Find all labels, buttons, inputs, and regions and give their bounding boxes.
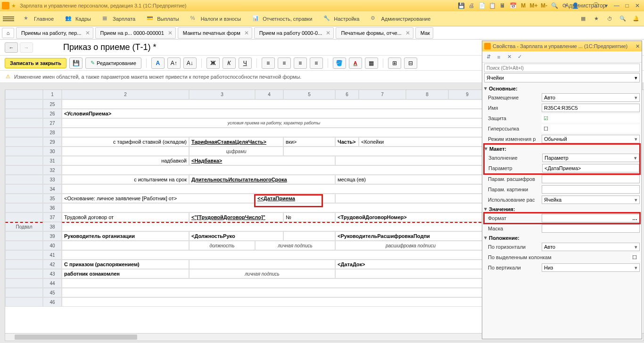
back-button[interactable]: ← <box>5 42 18 53</box>
apps-icon[interactable]: ▦ <box>578 14 588 24</box>
prop-name[interactable]: R35C4:R35C5 <box>542 104 640 112</box>
menu-zarplata[interactable]: ▦Зарплата <box>97 12 141 25</box>
font-size-dec-button[interactable]: A↓ <box>183 57 197 69</box>
col-header[interactable]: 9 <box>448 90 486 99</box>
fill-color-button[interactable]: 🪣 <box>333 57 346 69</box>
align-left-button[interactable]: ≡ <box>262 57 275 69</box>
prop-halign[interactable]: Авто▾ <box>542 243 640 251</box>
save-icon[interactable]: 💾 <box>456 1 466 10</box>
prop-parameter[interactable]: <ДатаПриема> <box>542 164 639 172</box>
star-icon[interactable]: ★ <box>591 14 602 24</box>
col-header[interactable]: 2 <box>62 90 189 99</box>
check-icon[interactable]: ✓ <box>515 53 524 61</box>
prop-placement[interactable]: Авто▾ <box>542 93 640 102</box>
tab-2[interactable]: Макеты печатных форм✕ <box>178 27 252 39</box>
print-icon[interactable]: 🖨 <box>467 1 476 10</box>
edit-button[interactable]: ✎Редактирование <box>85 57 141 69</box>
menu-vyplaty[interactable]: 💳Выплаты <box>141 12 184 25</box>
save-icon-button[interactable]: 💾 <box>69 57 83 69</box>
maximize-icon[interactable]: □ <box>622 1 632 10</box>
home-tab[interactable]: ⌂ <box>2 28 14 38</box>
doc-icon[interactable]: 📄 <box>477 1 487 10</box>
user-name[interactable]: Администратор <box>581 1 590 10</box>
col-header[interactable]: 4 <box>255 90 283 99</box>
compare-icon[interactable]: 📋 <box>487 1 497 10</box>
props-close-icon[interactable]: ✕ <box>636 43 640 49</box>
prop-change-mode[interactable]: Обычный▾ <box>542 135 640 143</box>
calc-icon[interactable]: 🖩 <box>498 1 507 10</box>
menu-kadry[interactable]: 👥Кадры <box>59 12 97 25</box>
prop-usage[interactable]: Ячейка▾ <box>542 196 640 204</box>
prop-fill[interactable]: Параметр▾ <box>542 154 639 162</box>
menu-main[interactable]: ★Главное <box>18 12 59 25</box>
tab-close-icon[interactable]: ✕ <box>244 30 249 36</box>
underline-button[interactable]: Ч <box>239 57 252 69</box>
tab-close-icon[interactable]: ✕ <box>405 30 410 36</box>
group-maket[interactable]: ▾Макет: <box>485 145 639 153</box>
tab-3[interactable]: Прием на работу 0000-0...✕ <box>254 27 334 39</box>
tab-5[interactable]: Мак <box>415 27 433 39</box>
tab-close-icon[interactable]: ✕ <box>168 30 173 36</box>
filter-icon[interactable]: ≡ <box>495 53 503 61</box>
tab-close-icon[interactable]: ✕ <box>85 30 90 36</box>
menu-nalogi[interactable]: %Налоги и взносы <box>185 12 247 25</box>
history-icon[interactable]: ⏱ <box>604 14 615 24</box>
props-selector[interactable]: Ячейки▾ <box>484 73 640 82</box>
group-values[interactable]: ▾Значения: <box>484 205 640 213</box>
dropdown-icon[interactable]: ▾ <box>602 1 611 10</box>
col-header[interactable]: 8 <box>406 90 448 99</box>
zoom-icon[interactable]: 🔍 <box>550 1 559 10</box>
calendar-icon[interactable]: 📅 <box>508 1 518 10</box>
info-icon[interactable]: ⓘ <box>591 1 601 10</box>
group-position[interactable]: ▾Положение: <box>484 234 640 242</box>
prop-by-cols[interactable]: ☐ <box>630 253 640 261</box>
tab-close-icon[interactable]: ✕ <box>326 30 330 36</box>
doc-title: Приказ о приеме (Т-1) * <box>63 42 157 52</box>
prop-hyperlink[interactable]: ☐ <box>542 124 640 133</box>
font-size-inc-button[interactable]: A↑ <box>167 57 181 69</box>
tab-0[interactable]: Приемы на работу, пер...✕ <box>16 27 93 39</box>
tab-4[interactable]: Печатные формы, отче...✕ <box>336 27 413 39</box>
x-icon[interactable]: ✕ <box>505 53 513 61</box>
props-search-input[interactable] <box>484 64 640 72</box>
search-tool-icon[interactable]: 🔍 <box>618 14 628 24</box>
col-header[interactable]: 1 <box>43 90 62 99</box>
bell-icon[interactable]: 🔔 <box>631 14 641 24</box>
grid-1-button[interactable]: ⊞ <box>388 57 401 69</box>
italic-button[interactable]: К <box>223 57 236 69</box>
col-header[interactable] <box>5 90 43 99</box>
col-header[interactable]: 7 <box>359 90 406 99</box>
grid-2-button[interactable]: ⊟ <box>404 57 417 69</box>
save-close-button[interactable]: Записать и закрыть <box>5 58 66 68</box>
forward-button[interactable]: → <box>20 42 33 53</box>
sort-icon[interactable]: ⇵ <box>484 53 493 61</box>
prop-mask[interactable] <box>542 224 640 233</box>
menu-reports[interactable]: 📊Отчетность, справки <box>247 12 318 25</box>
menu-settings[interactable]: 🔧Настройка <box>318 12 365 25</box>
m-icon[interactable]: M <box>519 1 528 10</box>
mplus-icon[interactable]: M+ <box>529 1 538 10</box>
burger-icon[interactable] <box>3 13 14 24</box>
close-icon[interactable]: ✕ <box>633 1 642 10</box>
border-button[interactable]: ▦ <box>365 57 378 69</box>
menu-admin[interactable]: ⚙Администрирование <box>365 12 436 25</box>
text-color-button[interactable]: A <box>349 57 362 69</box>
tab-1[interactable]: Прием на р... 0000-000001✕ <box>95 27 176 39</box>
align-right-button[interactable]: ≡ <box>294 57 307 69</box>
prop-valign[interactable]: Низ▾ <box>542 263 640 272</box>
favorite-icon[interactable]: ★ <box>11 3 17 8</box>
group-main[interactable]: ▾Основные: <box>484 84 640 92</box>
align-justify-button[interactable]: ≡ <box>310 57 323 69</box>
col-header[interactable]: 5 <box>283 90 335 99</box>
col-header[interactable]: 6 <box>335 90 359 99</box>
font-color-button[interactable]: A <box>151 57 165 69</box>
prop-protect[interactable]: ☑ <box>542 114 640 122</box>
col-header[interactable]: 3 <box>189 90 255 99</box>
minimize-icon[interactable]: — <box>612 1 621 10</box>
prop-format[interactable]: … <box>542 214 640 222</box>
prop-param-detail[interactable] <box>542 175 640 183</box>
mminus-icon[interactable]: M- <box>539 1 549 10</box>
align-center-button[interactable]: ≡ <box>278 57 291 69</box>
prop-param-image[interactable] <box>542 185 640 194</box>
bold-button[interactable]: Ж <box>206 57 220 69</box>
